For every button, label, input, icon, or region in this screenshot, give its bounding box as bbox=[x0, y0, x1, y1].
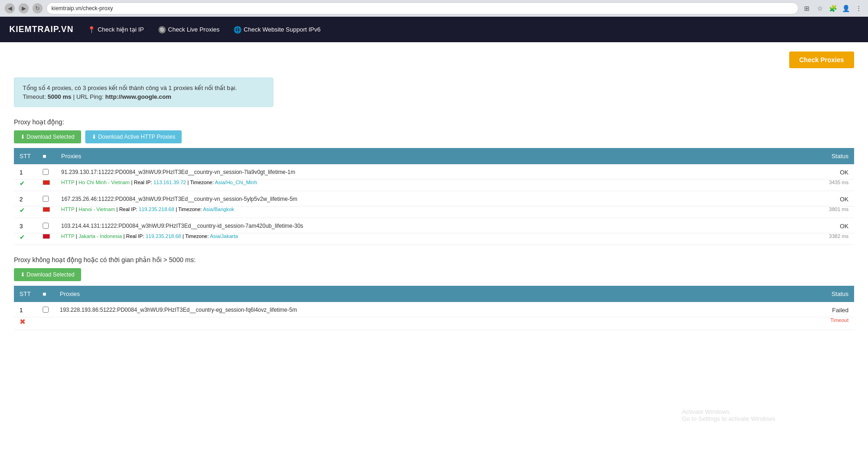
row-num: 1 bbox=[14, 302, 37, 317]
location-icon: 📍 bbox=[88, 26, 95, 33]
response-time: 3382 ms bbox=[747, 233, 849, 239]
row-num: 1 bbox=[14, 164, 37, 180]
proxy-text: 193.228.193.86:51222:PD0084_w3hWU9:PHzIT… bbox=[60, 307, 734, 313]
th-proxies-inactive: Proxies bbox=[54, 286, 739, 302]
inactive-btn-group: ⬇ Download Selected bbox=[14, 268, 854, 281]
row-num: 2 bbox=[14, 191, 37, 206]
proxy-text: 103.214.44.131:11222:PD0084_w3hWU9:PHzIT… bbox=[61, 223, 735, 229]
row-proxy: 167.235.26.46:11222:PD0084_w3hWU9:PHzIT3… bbox=[56, 191, 741, 206]
status-failed: Failed bbox=[745, 307, 849, 314]
proxy-location: Hanoi - Vietnam bbox=[79, 206, 115, 212]
proxy-location: Jakarta - Indonesia bbox=[79, 233, 122, 239]
sub-detail bbox=[54, 317, 739, 330]
sub-time: 3382 ms bbox=[741, 233, 854, 245]
sub-flag bbox=[37, 180, 56, 191]
ok-icon: ✔ bbox=[19, 206, 25, 214]
refresh-button[interactable]: ↻ bbox=[32, 3, 43, 13]
row-status: OK bbox=[741, 164, 854, 180]
proxy-location: Ho Chi Minh - Vietnam bbox=[79, 180, 130, 185]
translate-icon[interactable]: ⊞ bbox=[802, 4, 811, 13]
th-status-inactive: Status bbox=[739, 286, 854, 302]
row-proxy: 103.214.44.131:11222:PD0084_w3hWU9:PHzIT… bbox=[56, 218, 741, 233]
th-proxies: Proxies bbox=[56, 148, 741, 164]
sub-status-icon: ✔ bbox=[14, 233, 37, 245]
active-proxy-table: STT ■ Proxies Status 1 91.239.130.17:112… bbox=[14, 148, 854, 245]
proxy-detail: HTTP | Jakarta - Indonesia | Real IP: 11… bbox=[61, 233, 735, 239]
response-time: 3801 ms bbox=[747, 206, 849, 212]
sub-detail: HTTP | Jakarta - Indonesia | Real IP: 11… bbox=[56, 233, 741, 245]
row-proxy: 193.228.193.86:51222:PD0084_w3hWU9:PHzIT… bbox=[54, 302, 739, 317]
page-scroll[interactable]: KIEMTRAIP.VN 📍 Check hiện tại IP 🔘 Check… bbox=[0, 17, 868, 450]
summary-main-text: Tổng số 4 proxies, có 3 proxies kết nối … bbox=[23, 84, 265, 91]
profile-icon[interactable]: 👤 bbox=[841, 4, 850, 13]
country-flag bbox=[43, 234, 50, 239]
active-section: Proxy hoạt động: ⬇ Download Selected ⬇ D… bbox=[14, 118, 854, 245]
star-icon[interactable]: ☆ bbox=[815, 4, 824, 13]
proxy-real-ip: 119.235.218.68 bbox=[139, 206, 174, 212]
nav-check-live-proxies[interactable]: 🔘 Check Live Proxies bbox=[158, 24, 220, 36]
th-status: Status bbox=[741, 148, 854, 164]
table-row: 2 167.235.26.46:11222:PD0084_w3hWU9:PHzI… bbox=[14, 191, 854, 206]
proxy-text: 167.235.26.46:11222:PD0084_w3hWU9:PHzIT3… bbox=[61, 196, 735, 202]
row-status: OK bbox=[741, 191, 854, 206]
forward-button[interactable]: ▶ bbox=[19, 3, 29, 13]
nav-check-hien-tai-ip-label: Check hiện tại IP bbox=[98, 26, 144, 33]
proxy-real-ip: 119.235.218.68 bbox=[146, 233, 181, 239]
row-checkbox[interactable] bbox=[37, 218, 56, 233]
extensions-icon[interactable]: 🧩 bbox=[828, 4, 837, 13]
row-check-input[interactable] bbox=[43, 307, 49, 313]
th-stt: STT bbox=[14, 148, 37, 164]
circle-icon: 🔘 bbox=[158, 26, 166, 33]
nav-check-hien-tai-ip[interactable]: 📍 Check hiện tại IP bbox=[88, 24, 144, 36]
row-checkbox[interactable] bbox=[37, 191, 56, 206]
proxy-text: 91.239.130.17:11222:PD0084_w3hWU9:PHzIT3… bbox=[61, 169, 735, 175]
proxy-timezone: Asia/Bangkok bbox=[203, 206, 234, 212]
select-all-checkbox-inactive[interactable]: ■ bbox=[43, 290, 46, 297]
proxy-timezone: Asia/Ho_Chi_Minh bbox=[215, 180, 257, 185]
country-flag bbox=[43, 207, 50, 212]
row-checkbox[interactable] bbox=[37, 302, 54, 317]
row-check-input[interactable] bbox=[43, 196, 49, 202]
row-check-input[interactable] bbox=[43, 169, 49, 175]
nav-check-website-ipv6[interactable]: 🌐 Check Website Support IPv6 bbox=[234, 24, 321, 36]
select-all-checkbox-active[interactable]: ■ bbox=[43, 153, 46, 160]
country-flag bbox=[43, 180, 50, 185]
url-ping-value: http://www.google.com bbox=[105, 93, 171, 100]
th-check: ■ bbox=[37, 148, 56, 164]
summary-box: Tổng số 4 proxies, có 3 proxies kết nối … bbox=[14, 77, 273, 107]
timeout-value: 5000 ms bbox=[48, 93, 71, 100]
sub-flag bbox=[37, 233, 56, 245]
status-ok: OK bbox=[747, 196, 849, 203]
status-ok: OK bbox=[747, 223, 849, 230]
table-sub-row: ✔ HTTP | Ho Chi Minh - Vietnam | Real IP… bbox=[14, 180, 854, 191]
proxy-detail: HTTP | Ho Chi Minh - Vietnam | Real IP: … bbox=[61, 180, 735, 185]
active-btn-group: ⬇ Download Selected ⬇ Download Active HT… bbox=[14, 130, 854, 143]
row-status: Failed bbox=[739, 302, 854, 317]
row-check-input[interactable] bbox=[43, 223, 49, 229]
menu-icon[interactable]: ⋮ bbox=[854, 4, 863, 13]
url-ping-label: URL Ping: bbox=[76, 93, 104, 100]
download-http-button[interactable]: ⬇ Download Active HTTP Proxies bbox=[85, 130, 182, 143]
ok-icon: ✔ bbox=[19, 180, 25, 187]
main-content: Check Proxies Tổng số 4 proxies, có 3 pr… bbox=[0, 42, 868, 450]
back-button[interactable]: ◀ bbox=[5, 3, 15, 13]
check-proxies-area: Check Proxies bbox=[14, 51, 854, 68]
address-bar[interactable]: kiemtraip.vn/check-proxy bbox=[46, 2, 798, 14]
th-stt-inactive: STT bbox=[14, 286, 37, 302]
table-row: 1 193.228.193.86:51222:PD0084_w3hWU9:PHz… bbox=[14, 302, 854, 317]
table-row: 1 91.239.130.17:11222:PD0084_w3hWU9:PHzI… bbox=[14, 164, 854, 180]
table-sub-row: ✔ HTTP | Jakarta - Indonesia | Real IP: … bbox=[14, 233, 854, 245]
table-sub-row: ✔ HTTP | Hanoi - Vietnam | Real IP: 119.… bbox=[14, 206, 854, 218]
summary-meta: Timeout: 5000 ms | URL Ping: http://www.… bbox=[23, 93, 265, 100]
timeout-label: Timeout bbox=[745, 317, 849, 323]
row-num: 3 bbox=[14, 218, 37, 233]
sub-status-icon: ✖ bbox=[14, 317, 37, 330]
proxy-type: HTTP bbox=[61, 180, 75, 185]
row-checkbox[interactable] bbox=[37, 164, 56, 180]
proxy-real-ip: 113.161.39.72 bbox=[153, 180, 186, 185]
download-selected-button-inactive[interactable]: ⬇ Download Selected bbox=[14, 268, 81, 281]
ok-icon: ✔ bbox=[19, 233, 25, 241]
download-selected-button-active[interactable]: ⬇ Download Selected bbox=[14, 130, 81, 143]
nav-check-website-ipv6-label: Check Website Support IPv6 bbox=[244, 26, 321, 33]
check-proxies-button[interactable]: Check Proxies bbox=[789, 51, 855, 68]
